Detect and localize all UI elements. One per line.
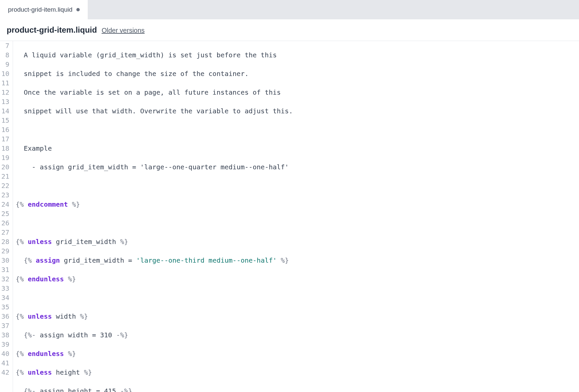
code-line: {% endunless %}: [16, 274, 579, 284]
code-line: Once the variable is set on a page, all …: [16, 88, 579, 97]
line-number: 21: [1, 172, 9, 181]
code-line: - assign grid_item_width = 'large--one-q…: [16, 162, 579, 172]
code-line: {% endcomment %}: [16, 200, 579, 209]
file-tab[interactable]: product-grid-item.liquid: [0, 0, 88, 19]
line-number: 12: [1, 88, 9, 97]
code-line: {%- assign height = 415 -%}: [16, 386, 579, 392]
line-number: 7: [1, 41, 9, 50]
code-line: {% unless width %}: [16, 312, 579, 321]
line-number: 38: [1, 330, 9, 340]
code-line: [16, 218, 579, 228]
line-number: 23: [1, 190, 9, 200]
line-number: 37: [1, 321, 9, 330]
line-number: 14: [1, 106, 9, 116]
code-line: Example: [16, 144, 579, 153]
line-number: 34: [1, 293, 9, 302]
tab-bar: product-grid-item.liquid: [0, 0, 579, 19]
line-number: 41: [1, 358, 9, 368]
line-number: 29: [1, 246, 9, 256]
line-number: 11: [1, 78, 9, 88]
file-title: product-grid-item.liquid: [7, 25, 97, 35]
line-number: 33: [1, 284, 9, 293]
code-line: [16, 293, 579, 302]
line-number: 18: [1, 144, 9, 153]
line-number: 27: [1, 228, 9, 237]
line-number: 10: [1, 69, 9, 78]
line-number: 40: [1, 349, 9, 358]
line-number-gutter: 7891011121314151617181920212223242526272…: [0, 41, 13, 392]
line-number: 24: [1, 200, 9, 209]
older-versions-link[interactable]: Older versions: [102, 27, 145, 34]
code-line: A liquid variable (grid_item_width) is s…: [16, 50, 579, 60]
line-number: 16: [1, 125, 9, 134]
line-number: 42: [1, 368, 9, 377]
code-line: {% assign grid_item_width = 'large--one-…: [16, 256, 579, 265]
code-line: snippet is included to change the size o…: [16, 69, 579, 78]
line-number: 28: [1, 237, 9, 246]
line-number: 19: [1, 153, 9, 162]
code-line: {%- assign width = 310 -%}: [16, 330, 579, 340]
code-content[interactable]: A liquid variable (grid_item_width) is s…: [13, 41, 579, 392]
line-number: 32: [1, 274, 9, 284]
code-line: {% unless grid_item_width %}: [16, 237, 579, 246]
code-editor[interactable]: 7891011121314151617181920212223242526272…: [0, 41, 579, 392]
line-number: 35: [1, 302, 9, 312]
line-number: 39: [1, 340, 9, 349]
code-line: {% endunless %}: [16, 349, 579, 358]
line-number: 20: [1, 162, 9, 172]
code-line: {% unless height %}: [16, 368, 579, 377]
line-number: 26: [1, 218, 9, 228]
line-number: 31: [1, 265, 9, 274]
code-line: [16, 125, 579, 134]
line-number: 8: [1, 50, 9, 60]
line-number: 17: [1, 134, 9, 144]
line-number: 9: [1, 60, 9, 69]
line-number: 30: [1, 256, 9, 265]
code-line: [16, 181, 579, 190]
modified-dot-icon: [76, 8, 80, 11]
line-number: 13: [1, 97, 9, 106]
tab-label: product-grid-item.liquid: [8, 6, 72, 13]
file-header: product-grid-item.liquid Older versions: [0, 19, 579, 41]
code-line: snippet will use that width. Overwrite t…: [16, 106, 579, 116]
line-number: 36: [1, 312, 9, 321]
line-number: 25: [1, 209, 9, 218]
line-number: 15: [1, 116, 9, 125]
line-number: 22: [1, 181, 9, 190]
